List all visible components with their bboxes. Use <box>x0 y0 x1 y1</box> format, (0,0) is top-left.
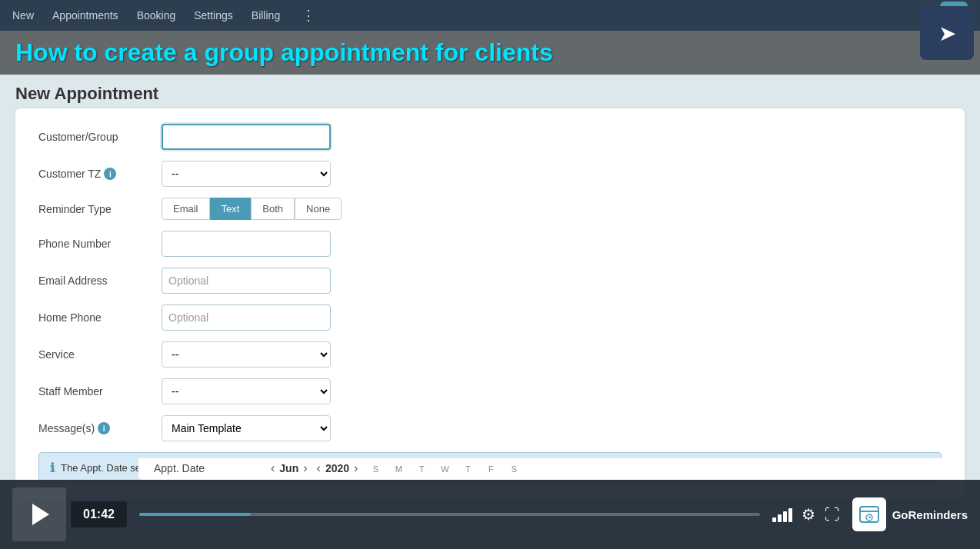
service-control: -- <box>162 341 331 368</box>
reminder-type-control: Email Text Both None <box>162 198 331 220</box>
video-timestamp: 01:42 <box>71 501 127 527</box>
phone-number-control <box>162 231 331 257</box>
reminder-text-btn[interactable]: Text <box>210 198 252 220</box>
cal-next-year-btn[interactable]: › <box>354 461 358 475</box>
service-row: Service -- <box>38 341 942 368</box>
customer-group-input[interactable] <box>162 124 331 150</box>
nav-more-dots[interactable]: ⋮ <box>302 7 315 24</box>
nav-appointments[interactable]: Appointments <box>52 9 118 22</box>
staff-member-row: Staff Member -- <box>38 378 942 404</box>
customer-tz-select[interactable]: -- <box>162 161 331 187</box>
video-controls-right: ⚙ ⛶ <box>772 505 840 524</box>
brand-logo <box>852 497 886 531</box>
progress-area[interactable] <box>139 513 760 516</box>
cal-prev-year-btn[interactable]: ‹ <box>317 461 321 475</box>
messages-label: Message(s) i <box>38 422 162 434</box>
customer-group-row: Customer/Group <box>38 124 942 150</box>
reminder-email-btn[interactable]: Email <box>162 198 210 220</box>
messages-info-icon[interactable]: i <box>98 422 110 434</box>
email-address-label: Email Address <box>38 274 162 287</box>
page-title-bar: New Appointment <box>0 75 980 108</box>
nav-new[interactable]: New <box>12 9 34 22</box>
play-icon <box>32 504 49 525</box>
home-phone-input[interactable] <box>162 304 331 331</box>
signal-bar-2 <box>778 514 782 522</box>
phone-number-row: Phone Number <box>38 231 942 257</box>
cal-day-s2: S <box>505 464 522 474</box>
staff-member-control: -- <box>162 378 331 404</box>
home-phone-control <box>162 304 331 331</box>
phone-number-input[interactable] <box>162 231 331 257</box>
service-label: Service <box>38 348 162 361</box>
reminder-type-label: Reminder Type <box>38 203 162 215</box>
messages-select[interactable]: Main Template <box>162 415 331 441</box>
progress-fill <box>139 513 251 516</box>
customer-group-label: Customer/Group <box>38 131 162 143</box>
cal-day-f: F <box>482 464 499 474</box>
calendar-strip: Appt. Date ‹ Jun › ‹ 2020 › S M T W T F … <box>138 458 965 480</box>
cal-day-w: W <box>436 464 453 474</box>
nav-billing[interactable]: Billing <box>252 9 280 22</box>
customer-group-control <box>162 124 331 150</box>
page-title: New Appointment <box>15 84 965 104</box>
service-select[interactable]: -- <box>162 341 331 368</box>
signal-bar-3 <box>783 511 787 522</box>
cal-month: Jun <box>279 462 298 474</box>
cal-day-t2: T <box>459 464 476 474</box>
cal-year: 2020 <box>325 462 349 474</box>
cal-days-header: S M T W T F S <box>367 464 522 474</box>
staff-member-select[interactable]: -- <box>162 378 331 404</box>
send-icon: ➤ <box>938 21 956 46</box>
svg-rect-1 <box>860 511 878 512</box>
nav-booking[interactable]: Booking <box>137 9 176 22</box>
customer-tz-row: Customer TZ i -- <box>38 161 942 187</box>
send-button[interactable]: ➤ <box>920 6 974 60</box>
top-nav: New Appointments Booking Settings Billin… <box>0 0 980 31</box>
cal-day-s1: S <box>367 464 384 474</box>
reminder-both-btn[interactable]: Both <box>251 198 295 220</box>
progress-track[interactable] <box>139 513 760 516</box>
messages-control: Main Template <box>162 415 331 441</box>
email-address-input[interactable] <box>162 268 331 294</box>
reminder-buttons: Email Text Both None <box>162 198 331 220</box>
customer-tz-label: Customer TZ i <box>38 168 162 180</box>
signal-bar-1 <box>772 517 776 522</box>
settings-icon[interactable]: ⚙ <box>802 505 815 524</box>
appt-date-label: Appt. Date <box>154 462 262 474</box>
video-bar: 01:42 ⚙ ⛶ GoReminders <box>0 480 980 549</box>
home-phone-label: Home Phone <box>38 311 162 324</box>
brand-area: GoReminders <box>852 497 968 531</box>
play-button[interactable] <box>12 487 66 541</box>
info-notice-icon: ℹ <box>50 461 55 475</box>
customer-tz-info-icon[interactable]: i <box>104 168 116 180</box>
reminder-none-btn[interactable]: None <box>295 198 342 220</box>
video-title: How to create a group appointment for cl… <box>15 38 965 67</box>
calendar-nav: ‹ Jun › <box>271 461 308 475</box>
cal-day-t1: T <box>413 464 430 474</box>
email-address-row: Email Address <box>38 268 942 294</box>
form-container: Customer/Group Customer TZ i -- Reminder… <box>15 108 965 499</box>
brand-name: GoReminders <box>892 508 968 521</box>
cal-prev-month-btn[interactable]: ‹ <box>271 461 275 475</box>
phone-number-label: Phone Number <box>38 238 162 250</box>
fullscreen-icon[interactable]: ⛶ <box>825 506 840 524</box>
staff-member-label: Staff Member <box>38 385 162 398</box>
title-banner: How to create a group appointment for cl… <box>0 31 980 75</box>
customer-tz-control: -- <box>162 161 331 187</box>
calendar-year-nav: ‹ 2020 › <box>317 461 358 475</box>
signal-bar-4 <box>788 508 792 522</box>
reminder-type-row: Reminder Type Email Text Both None <box>38 198 942 220</box>
cal-day-m: M <box>390 464 407 474</box>
nav-settings[interactable]: Settings <box>194 9 233 22</box>
cal-next-month-btn[interactable]: › <box>303 461 307 475</box>
signal-icon <box>772 507 792 522</box>
home-phone-row: Home Phone <box>38 304 942 331</box>
messages-row: Message(s) i Main Template <box>38 415 942 441</box>
email-address-control <box>162 268 331 294</box>
